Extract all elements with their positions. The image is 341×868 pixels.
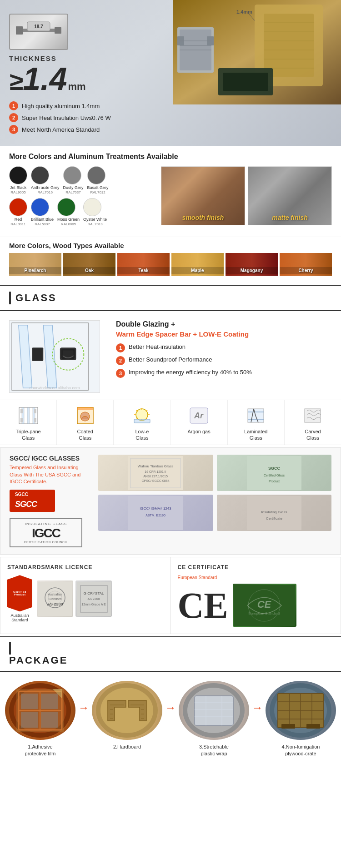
- svg-rect-45: [134, 419, 150, 423]
- package-step-3-label: 3.Stretchable plastic wrap: [178, 744, 250, 757]
- svg-text:Ar: Ar: [194, 411, 204, 420]
- glass-main-title: Double Glazing +: [116, 320, 332, 328]
- sgcc-logo: SGCC SGCC: [10, 490, 55, 512]
- svg-text:European Standard: European Standard: [248, 611, 280, 615]
- swatch-row-1: Jet Black RAL9005 Anthracite Grey RAL701…: [9, 166, 156, 194]
- glass-type-laminated: LaminatedGlass: [228, 400, 285, 445]
- wood-types: Pine/larch Oak Teak Maple Magogany Cherr…: [9, 253, 332, 276]
- cert-content: SGCC/ IGCC GLASSES Tempered Glass and In…: [10, 455, 331, 547]
- svg-text:AS 2208: AS 2208: [47, 602, 63, 606]
- wood-oak-label: Oak: [63, 267, 115, 274]
- swatch-code-white: RAL7013: [83, 222, 107, 226]
- glass-type-argon-label: Argon gas: [173, 428, 225, 435]
- svg-text:12mm Grade A E: 12mm Grade A E: [81, 603, 106, 606]
- svg-marker-25: [19, 325, 32, 388]
- cert-right: Wuhou Tianbao Glass 16 CFR 1201 II ANSI …: [98, 455, 331, 531]
- svg-marker-28: [43, 325, 57, 388]
- wood-mahogany-label: Magogany: [226, 267, 278, 274]
- cert-section: SGCC/ IGCC GLASSES Tempered Glass and In…: [0, 447, 341, 555]
- cert-image-4: Insulating Glass Certificate: [217, 495, 332, 531]
- matte-finish-label: matte finish: [248, 214, 331, 221]
- wood-header: More Colors, Wood Types Available: [9, 242, 332, 249]
- package-img-2: [92, 681, 162, 740]
- swatch-name-white: Oyster White: [83, 217, 107, 222]
- g-crystal-img-2: G-CRYSTAL AS 2208 12mm Grade A E: [75, 580, 112, 617]
- finish-samples: smooth finish matte finish: [161, 166, 332, 230]
- glass-feature-text-3: Improving the energy efficiency by 40% t…: [129, 369, 252, 376]
- svg-rect-61: [247, 456, 301, 490]
- argon-gas-icon: Ar: [188, 406, 211, 426]
- glass-diagram-visual: doorwindow.en.alibaba.com: [9, 320, 100, 393]
- svg-point-44: [136, 409, 148, 421]
- aluminum-profile-image: 1.4mm: [173, 0, 341, 104]
- thickness-value-row: ≥ 1.4 mm: [9, 63, 164, 96]
- wood-pine: Pine/larch: [9, 253, 61, 276]
- package-title-bar: [9, 642, 11, 655]
- glass-type-argon: Ar Argon gas: [171, 400, 228, 445]
- glass-type-laminated-label: LaminatedGlass: [230, 428, 282, 441]
- cert-title: SGCC/ IGCC GLASSES: [10, 455, 91, 462]
- feature-num-2: 2: [9, 113, 18, 122]
- package-img-4: [266, 681, 336, 740]
- wood-teak-label: Teak: [117, 267, 170, 274]
- svg-rect-6: [264, 14, 314, 77]
- wood-mahogany: Magogany: [226, 253, 278, 276]
- swatch-name-black: Jet Black: [9, 185, 27, 190]
- feature-num-3: 3: [9, 125, 18, 134]
- package-step-1: 1.Adhesive protective film: [5, 681, 76, 757]
- glass-type-carved-label: CarvedGlass: [287, 428, 339, 441]
- swatch-dusty: Dusty Grey RAL7037: [63, 166, 84, 194]
- watermark: doorwindow.en.alibaba.com: [29, 386, 80, 390]
- svg-rect-95: [16, 689, 64, 732]
- svg-rect-1: [16, 26, 23, 35]
- cert-image-1: Wuhou Tianbao Glass 16 CFR 1201 II ANSI …: [98, 455, 213, 491]
- ce-decorative-image: CE European Standard: [233, 584, 296, 627]
- feature-text-2: Super Heat Insulation Uw≤0.76 W: [22, 114, 111, 121]
- svg-text:1.4mm: 1.4mm: [236, 9, 252, 15]
- glass-feature-3: 3 Improving the energy efficiency by 40%…: [116, 369, 332, 378]
- package-section-title: PACKAGE: [9, 655, 68, 666]
- swatch-circle-red: [9, 198, 27, 216]
- glass-highlight-title: Warm Edge Spacer Bar + LOW-E Coating: [116, 330, 332, 338]
- swatch-blue: Brilliant Blue RAL5007: [31, 198, 54, 226]
- glass-type-coated-label: CoatedGlass: [59, 428, 111, 441]
- svg-text:G-CRYSTAL: G-CRYSTAL: [83, 591, 104, 595]
- glass-diagram: doorwindow.en.alibaba.com: [9, 320, 109, 393]
- g-crystal-img-1: Australian Standard AS 2208: [37, 580, 73, 617]
- svg-rect-65: [128, 496, 183, 530]
- svg-rect-2: [55, 27, 61, 34]
- thickness-features: 1 High quality aluminum 1.4mm 2 Super He…: [9, 101, 164, 134]
- cert-desc: Tempered Glass and Insulating Glass With…: [10, 464, 91, 485]
- glass-section-header: GLASS: [0, 285, 341, 311]
- swatch-name-basalt: Basalt Grey: [87, 185, 109, 190]
- smooth-finish-label: smooth finish: [161, 214, 245, 221]
- package-img-1: [5, 681, 75, 740]
- package-step-4-label: 4.Non-fumigation plywood-crate: [265, 744, 336, 757]
- glass-feature-2: 2 Better Soundproof Performance: [116, 356, 332, 365]
- glass-types-row: Triple-paneGlass CoatedGlass Low-eGlass: [0, 400, 341, 446]
- glass-type-triple: Triple-paneGlass: [0, 400, 57, 445]
- swatch-green: Moss Green RAL6005: [57, 198, 80, 226]
- australian-label: AustralianStandard: [10, 613, 29, 622]
- standards-section: STANDARDSMARK LICENCE CertifiedProduct A…: [0, 557, 341, 634]
- igcc-insulating-text: INSULATING GLASS: [14, 522, 78, 526]
- thickness-number: 1.4: [23, 63, 67, 95]
- wood-cherry-label: Cherry: [280, 267, 332, 274]
- package-step-3: 3.Stretchable plastic wrap: [178, 681, 250, 757]
- igcc-main-text: IGCC: [14, 526, 78, 541]
- glass-feature-num-1: 1: [116, 343, 125, 352]
- glass-feature-text-1: Better Heat-insulation: [129, 343, 186, 350]
- swatch-jet-black: Jet Black RAL9005: [9, 166, 27, 194]
- swatch-name-blue: Brilliant Blue: [31, 217, 54, 222]
- glass-type-coated: CoatedGlass: [57, 400, 114, 445]
- svg-text:AS 2208: AS 2208: [87, 597, 100, 600]
- certified-badge-text: CertifiedProduct: [13, 590, 26, 596]
- caliper-image: 18.7: [9, 14, 68, 50]
- package-step-2-label: 2.Hardboard: [91, 744, 163, 750]
- swatch-circle-anthracite: [31, 166, 49, 184]
- thickness-feature-2: 2 Super Heat Insulation Uw≤0.76 W: [9, 113, 164, 122]
- swatch-name-green: Moss Green: [57, 217, 80, 222]
- coated-glass-icon: [74, 406, 96, 426]
- thickness-feature-1: 1 High quality aluminum 1.4mm: [9, 101, 164, 110]
- standards-title: STANDARDSMARK LICENCE: [7, 564, 164, 570]
